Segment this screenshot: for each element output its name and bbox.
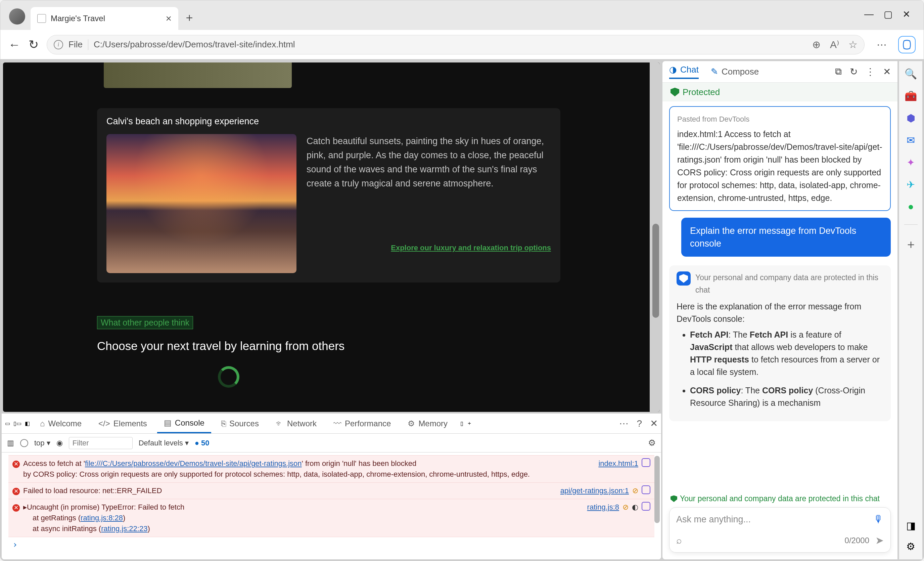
console-output[interactable]: index.html:1 ✕Access to fetch at 'file:/…: [2, 453, 661, 559]
console-filter-input[interactable]: [69, 437, 133, 449]
answer-bullet-1: Fetch API: The Fetch API is a feature of…: [690, 329, 884, 378]
page-scrollbar[interactable]: [650, 63, 660, 412]
copilot-tab-compose[interactable]: ✎Compose: [711, 66, 759, 77]
copilot-explain-icon[interactable]: [642, 486, 650, 494]
warning-badge-icon[interactable]: ⊘: [622, 502, 628, 513]
minimize-icon[interactable]: —: [864, 9, 874, 20]
refresh-button[interactable]: ↻: [28, 38, 39, 52]
shield-icon: [670, 88, 679, 96]
card-title: Calvi's beach an shopping experience: [106, 116, 551, 126]
send-icon[interactable]: ➤: [875, 534, 884, 546]
suggestion-button[interactable]: Explain the error message from DevTools …: [681, 218, 891, 257]
error-icon: ✕: [12, 504, 20, 511]
copilot-tab-chat[interactable]: ◑Chat: [669, 65, 699, 79]
foot-note-text: Your personal and company data are prote…: [680, 494, 880, 503]
designer-icon[interactable]: ✦: [904, 156, 917, 168]
devtools-help-icon[interactable]: ?: [637, 418, 642, 429]
copilot-input-box[interactable]: Ask me anything... 🎙 ⌕ 0/2000 ➤: [669, 507, 891, 553]
site-info-icon[interactable]: i: [54, 40, 63, 50]
tab-sources-label: Sources: [230, 419, 259, 428]
tab-console[interactable]: ▤Console: [157, 414, 211, 433]
activity-bar-icon[interactable]: ▯: [460, 420, 464, 427]
add-sidebar-item[interactable]: ＋: [905, 236, 917, 253]
tab-memory[interactable]: ⚙Memory: [401, 414, 454, 433]
err2-text: Failed to load resource: net::ERR_FAILED: [23, 486, 162, 495]
copilot-explain-icon[interactable]: [642, 458, 650, 467]
send-plane-icon[interactable]: ✈: [904, 178, 917, 191]
devtools-more-icon[interactable]: ⋯: [619, 418, 628, 429]
tab-performance[interactable]: 〰Performance: [327, 414, 398, 433]
search-icon[interactable]: 🔍: [904, 67, 917, 80]
warning-badge-icon[interactable]: ⊘: [632, 486, 638, 496]
error-source-link[interactable]: api/get-ratings.json:1: [560, 486, 629, 496]
copilot-input-placeholder[interactable]: Ask me anything...: [676, 514, 751, 525]
copilot-conversation[interactable]: Pasted from DevTools index.html:1 Access…: [663, 101, 897, 494]
zoom-icon[interactable]: ⊕: [812, 39, 820, 50]
refresh-icon[interactable]: ↻: [850, 66, 858, 77]
spotify-icon[interactable]: ●: [904, 200, 917, 213]
console-icon: ▤: [164, 418, 172, 428]
log-levels-selector[interactable]: Default levels ▾: [139, 439, 189, 447]
inspect-icon[interactable]: ▭: [5, 420, 10, 427]
close-tab-icon[interactable]: ×: [165, 13, 172, 24]
copilot-close-icon[interactable]: ✕: [883, 66, 891, 77]
sidebar-settings-icon[interactable]: ⚙: [904, 540, 917, 553]
tab-welcome[interactable]: ⌂Welcome: [33, 414, 88, 433]
tools-icon[interactable]: 🧰: [904, 89, 917, 102]
profile-avatar[interactable]: [9, 8, 25, 24]
copilot-more-icon[interactable]: ⋮: [866, 66, 875, 77]
copilot-toggle[interactable]: [898, 36, 916, 53]
section-heading: Choose your next travel by learning from…: [97, 339, 636, 353]
open-external-icon[interactable]: ⧉: [835, 66, 842, 77]
url-box[interactable]: i File C:/Users/pabrosse/dev/Demos/trave…: [46, 35, 865, 54]
info-badge-icon[interactable]: ◐: [632, 502, 638, 513]
browser-tab[interactable]: Margie's Travel ×: [30, 7, 178, 30]
outlook-icon[interactable]: ✉: [904, 134, 917, 146]
copilot-sidebar: ◑Chat ✎Compose ⧉ ↻ ⋮ ✕ Protected Pasted …: [663, 61, 897, 559]
favicon: [37, 14, 46, 23]
m365-icon[interactable]: ⬢: [904, 111, 917, 124]
more-tabs-icon[interactable]: ＋: [467, 420, 472, 427]
devtools-close-icon[interactable]: ✕: [650, 418, 658, 429]
err1-url[interactable]: file:///C:/Users/pabrosse/dev/Demos/trav…: [85, 459, 302, 468]
mic-icon[interactable]: 🎙: [874, 514, 884, 525]
page-scrollbar-thumb[interactable]: [652, 224, 659, 318]
card-cta-link[interactable]: Explore our luxury and relaxation trip o…: [306, 241, 551, 255]
tab-sources[interactable]: ⎘Sources: [214, 414, 266, 433]
dock-icon[interactable]: ◧: [25, 420, 30, 427]
privacy-inline: Your personal and company data are prote…: [695, 271, 884, 296]
stack2-link[interactable]: rating.js:22:23: [101, 524, 147, 533]
copilot-explain-icon[interactable]: [642, 502, 650, 511]
ai-shield-icon: [676, 271, 691, 286]
char-counter: 0/2000: [845, 536, 869, 545]
webpage-viewport[interactable]: Calvi's beach an shopping experience Cat…: [3, 63, 660, 412]
tab-network[interactable]: ᯤNetwork: [269, 414, 323, 433]
context-selector[interactable]: top ▾: [34, 439, 50, 447]
read-aloud-icon[interactable]: A⁾: [830, 39, 839, 50]
tab-elements[interactable]: </>Elements: [92, 414, 154, 433]
back-button[interactable]: ←: [8, 38, 21, 52]
new-tab-button[interactable]: ＋: [184, 10, 195, 25]
sidebar-collapse-icon[interactable]: ◨: [904, 519, 917, 532]
err1-pre: Access to fetch at ': [23, 459, 85, 468]
url-protocol: File: [69, 39, 82, 50]
console-scrollbar[interactable]: [654, 456, 660, 523]
console-prompt[interactable]: ›: [8, 537, 654, 552]
clear-console-icon[interactable]: [20, 439, 28, 447]
error-source-link[interactable]: rating.js:8: [587, 502, 619, 513]
maximize-icon[interactable]: ▢: [884, 9, 892, 20]
info-count-badge[interactable]: 50: [195, 439, 210, 447]
stack1-link[interactable]: rating.js:8:28: [81, 514, 123, 522]
image-search-icon[interactable]: ⌕: [676, 535, 682, 546]
edge-sidebar: 🔍 🧰 ⬢ ✉ ✦ ✈ ● ＋ ◨ ⚙: [899, 61, 922, 559]
live-expression-icon[interactable]: ◉: [56, 439, 63, 447]
error-source-link[interactable]: index.html:1: [598, 458, 638, 469]
favorite-icon[interactable]: ☆: [849, 39, 858, 50]
sidebar-toggle-icon[interactable]: ▥: [7, 439, 14, 447]
console-settings-icon[interactable]: ⚙: [648, 438, 656, 448]
tab-title: Margie's Travel: [51, 14, 105, 23]
address-bar: ← ↻ i File C:/Users/pabrosse/dev/Demos/t…: [0, 30, 924, 59]
device-toolbar-icon[interactable]: ▯▭: [14, 420, 21, 427]
menu-icon[interactable]: ⋯: [877, 39, 887, 50]
close-window-icon[interactable]: ✕: [903, 9, 910, 20]
